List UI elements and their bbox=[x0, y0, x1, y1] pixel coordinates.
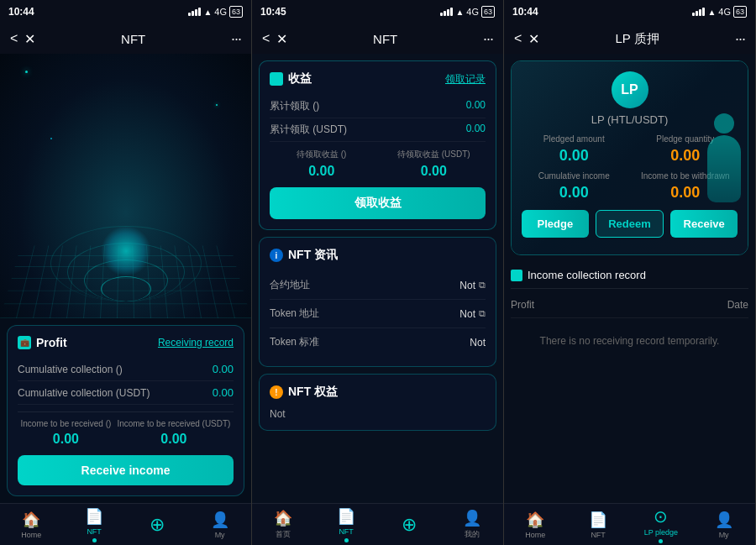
status-time-1: 10:44 bbox=[8, 6, 34, 18]
nav-bar-3: < ✕ LP 质押 ··· bbox=[504, 24, 755, 54]
rights-text: Not bbox=[270, 408, 486, 420]
copy-icon-1[interactable]: ⧉ bbox=[479, 280, 486, 291]
record-link-2[interactable]: 领取记录 bbox=[445, 72, 486, 86]
home-label-1: Home bbox=[21, 531, 41, 539]
close-icon-3[interactable]: ✕ bbox=[528, 31, 539, 47]
active-dot-2 bbox=[344, 538, 349, 542]
more-icon-3[interactable]: ··· bbox=[735, 30, 745, 48]
nav-item-home-1[interactable]: 🏠 Home bbox=[0, 511, 63, 539]
earn-col-1: 待领取收益 () 0.00 bbox=[270, 149, 374, 179]
pledge-button[interactable]: Pledge bbox=[522, 210, 589, 238]
back-icon-2[interactable]: < bbox=[262, 31, 270, 46]
earn-col-1-val: 0.00 bbox=[270, 164, 374, 179]
income-col-1: Income to be received () 0.00 bbox=[21, 419, 112, 447]
home-icon-2: 🏠 bbox=[274, 509, 292, 527]
earn-double-row: 待领取收益 () 0.00 待领取收益 (USDT) 0.00 bbox=[270, 149, 486, 179]
wifi-icon-2: ▲ bbox=[455, 8, 464, 17]
nav-bar-1: < ✕ NFT ··· bbox=[0, 24, 251, 54]
profit-card: 💼 Profit Receiving record Cumulative col… bbox=[7, 325, 244, 496]
more-icon-1[interactable]: ··· bbox=[231, 30, 241, 48]
bottom-nav-1: 🏠 Home 📄 NFT ⊕ 👤 My bbox=[0, 503, 251, 545]
home-icon-3: 🏠 bbox=[526, 511, 544, 529]
nav-title-1: NFT bbox=[121, 32, 145, 46]
info-row-1-val: Not ⧉ bbox=[459, 278, 486, 292]
status-bar-2: 10:45 ▲ 4G 63 bbox=[252, 0, 503, 24]
nav-item-my-2[interactable]: 👤 我的 bbox=[440, 509, 503, 540]
nav-item-center-1[interactable]: ⊕ bbox=[126, 514, 189, 536]
nft-label-3: NFT bbox=[591, 531, 606, 539]
grid-lines-1 bbox=[0, 245, 251, 318]
nft-icon-2: 📄 bbox=[337, 507, 355, 526]
info-card-header: i NFT 资讯 bbox=[270, 248, 486, 263]
lp-stat-cum-income: Cumulative income 0.00 bbox=[522, 171, 627, 202]
status-time-2: 10:45 bbox=[260, 6, 286, 18]
receiving-record-link[interactable]: Receiving record bbox=[158, 337, 234, 348]
close-icon-1[interactable]: ✕ bbox=[24, 31, 35, 47]
lp-stat-pledged-amount: Pledged amount 0.00 bbox=[522, 134, 627, 165]
cum-income-label: Cumulative income bbox=[522, 171, 627, 181]
nav-item-nft-3[interactable]: 📄 NFT bbox=[567, 511, 630, 539]
nft-label-1: NFT bbox=[87, 527, 102, 536]
my-label-3: My bbox=[719, 531, 729, 539]
lp-actions: Pledge Redeem Receive bbox=[522, 210, 738, 238]
earn-col-1-label: 待领取收益 () bbox=[270, 149, 374, 160]
lp-bg: LP LP (HTL/USDT) Pledged amount 0.00 Ple… bbox=[512, 61, 748, 254]
record-table-header: Profit Date bbox=[511, 292, 748, 318]
status-bar-1: 10:44 ▲ 4G 63 bbox=[0, 0, 251, 24]
info-row-1: 合约地址 Not ⧉ bbox=[270, 271, 486, 300]
wifi-icon-3: ▲ bbox=[707, 8, 716, 17]
astronaut-figure bbox=[707, 113, 741, 202]
nav-item-my-3[interactable]: 👤 My bbox=[692, 511, 755, 539]
nav-item-my-1[interactable]: 👤 My bbox=[188, 511, 251, 539]
nav-item-home-3[interactable]: 🏠 Home bbox=[504, 511, 567, 539]
status-time-3: 10:44 bbox=[512, 6, 538, 18]
battery-icon-3: 63 bbox=[733, 6, 747, 18]
nav-item-lp-pledge[interactable]: ⊙ LP pledge bbox=[630, 506, 693, 543]
earnings-icon bbox=[270, 72, 283, 86]
earn-col-2: 待领取收益 (USDT) 0.00 bbox=[382, 149, 486, 179]
claim-earnings-button[interactable]: 领取收益 bbox=[270, 187, 486, 219]
earn-row-1-label: 累计领取 () bbox=[270, 99, 319, 113]
income-col-1-label: Income to be received () bbox=[21, 419, 112, 428]
rights-title: ! NFT 权益 bbox=[270, 385, 338, 400]
income-col-2-value: 0.00 bbox=[160, 432, 186, 447]
pledged-amount-label: Pledged amount bbox=[522, 134, 627, 144]
info-row-1-label: 合约地址 bbox=[270, 278, 310, 292]
receive-button[interactable]: Receive bbox=[670, 210, 738, 238]
back-icon-3[interactable]: < bbox=[514, 31, 522, 46]
receive-income-button[interactable]: Receive income bbox=[18, 455, 234, 485]
profit-row-1-label: Cumulative collection () bbox=[18, 364, 123, 375]
nft-rights-card: ! NFT 权益 Not bbox=[259, 374, 496, 431]
redeem-button[interactable]: Redeem bbox=[596, 210, 664, 238]
nav-item-nft-2[interactable]: 📄 NFT bbox=[315, 507, 378, 542]
particle-1 bbox=[25, 71, 28, 73]
active-dot-3 bbox=[659, 539, 663, 543]
close-icon-2[interactable]: ✕ bbox=[276, 31, 287, 47]
more-icon-2[interactable]: ··· bbox=[483, 30, 493, 48]
back-icon-1[interactable]: < bbox=[10, 31, 18, 46]
status-icons-1: ▲ 4G 63 bbox=[188, 6, 243, 18]
earn-row-2-label: 累计领取 (USDT) bbox=[270, 123, 347, 137]
cum-income-val: 0.00 bbox=[522, 184, 627, 202]
panel-nft-earnings: 10:45 ▲ 4G 63 < ✕ NFT ··· 收益 领取记录 bbox=[252, 0, 504, 545]
nav-item-nft-1[interactable]: 📄 NFT bbox=[63, 507, 126, 542]
status-icons-3: ▲ 4G 63 bbox=[692, 6, 747, 18]
nav-item-home-2[interactable]: 🏠 首页 bbox=[252, 509, 315, 540]
info-title-text: NFT 资讯 bbox=[288, 248, 338, 263]
nav-left-icons-1: < ✕ bbox=[10, 31, 35, 47]
rights-header: ! NFT 权益 bbox=[270, 385, 486, 400]
nft-icon-1: 📄 bbox=[85, 507, 103, 526]
income-col-2-label: Income to be received (USDT) bbox=[117, 419, 230, 428]
earn-row-2-val: 0.00 bbox=[466, 123, 486, 137]
panel-2-content: 收益 领取记录 累计领取 () 0.00 累计领取 (USDT) 0.00 待领… bbox=[252, 54, 503, 503]
info-row-2-val: Not ⧉ bbox=[459, 307, 486, 321]
nav-item-center-2[interactable]: ⊕ bbox=[378, 514, 441, 536]
record-header-icon bbox=[511, 270, 522, 281]
profit-row-2-value: 0.00 bbox=[213, 386, 234, 399]
bottom-nav-3: 🏠 Home 📄 NFT ⊙ LP pledge 👤 My bbox=[504, 503, 755, 545]
earn-col-2-val: 0.00 bbox=[382, 164, 486, 179]
copy-icon-2[interactable]: ⧉ bbox=[479, 308, 486, 319]
my-icon-1: 👤 bbox=[211, 511, 229, 529]
table-col-profit: Profit bbox=[511, 299, 534, 311]
nft-info-card: i NFT 资讯 合约地址 Not ⧉ Token 地址 Not ⧉ Toke bbox=[259, 237, 496, 367]
